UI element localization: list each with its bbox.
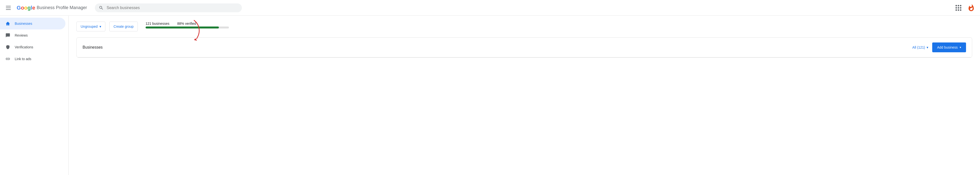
sidebar-item-businesses[interactable]: Businesses bbox=[0, 18, 65, 29]
shield-icon bbox=[5, 44, 11, 50]
search-bar bbox=[95, 3, 242, 12]
sidebar-label-verifications: Verifications bbox=[15, 45, 33, 49]
review-icon bbox=[5, 32, 11, 38]
search-input[interactable] bbox=[107, 6, 238, 10]
ungrouped-button[interactable]: Ungrouped ▾ bbox=[76, 22, 105, 31]
all-filter-chevron-icon: ▾ bbox=[927, 45, 928, 49]
app-logo: Google Business Profile Manager bbox=[17, 5, 87, 11]
businesses-header-right: All (121) ▾ Add business ▾ bbox=[912, 42, 966, 52]
stats-area: 121 businesses 88% verified bbox=[146, 22, 229, 29]
header-left: Google Business Profile Manager bbox=[4, 4, 87, 12]
search-icon bbox=[99, 5, 103, 10]
businesses-count: 121 businesses bbox=[146, 22, 169, 26]
add-business-label: Add business bbox=[937, 45, 958, 49]
app-header: Google Business Profile Manager bbox=[0, 0, 980, 16]
search-input-wrap[interactable] bbox=[95, 3, 242, 12]
verified-percent: 88% verified bbox=[177, 22, 196, 26]
add-business-button[interactable]: Add business ▾ bbox=[932, 42, 966, 52]
sidebar-item-verifications[interactable]: Verifications bbox=[0, 41, 65, 53]
app-title: Business Profile Manager bbox=[37, 5, 87, 10]
sidebar-label-reviews: Reviews bbox=[15, 34, 28, 37]
businesses-section-title: Businesses bbox=[83, 45, 103, 50]
top-bar: Ungrouped ▾ Create group 121 businesses … bbox=[76, 22, 972, 31]
all-filter-dropdown[interactable]: All (121) ▾ bbox=[912, 43, 929, 51]
create-group-button[interactable]: Create group bbox=[109, 22, 138, 31]
progress-bar-fill bbox=[146, 27, 219, 29]
sidebar-item-reviews[interactable]: Reviews bbox=[0, 29, 65, 41]
grid-dots bbox=[956, 5, 961, 11]
add-business-chevron-icon: ▾ bbox=[960, 46, 961, 49]
apps-icon[interactable] bbox=[953, 3, 963, 13]
ungrouped-chevron-icon: ▾ bbox=[100, 24, 101, 29]
building-icon bbox=[5, 21, 11, 27]
businesses-header: Businesses All (121) ▾ Add business ▾ bbox=[77, 37, 972, 58]
sidebar: Businesses Reviews Verifications Link to… bbox=[0, 16, 68, 175]
sidebar-label-businesses: Businesses bbox=[15, 22, 32, 26]
hamburger-menu[interactable] bbox=[4, 4, 13, 12]
businesses-section: Businesses All (121) ▾ Add business ▾ bbox=[76, 37, 972, 58]
ungrouped-label: Ungrouped bbox=[81, 24, 97, 29]
account-avatar[interactable] bbox=[966, 3, 976, 13]
link-icon bbox=[5, 56, 11, 62]
sidebar-label-link-to-ads: Link to ads bbox=[15, 57, 31, 61]
all-filter-label: All (121) bbox=[912, 45, 925, 49]
app-body: Businesses Reviews Verifications Link to… bbox=[0, 16, 980, 175]
google-logo-g: Google bbox=[17, 5, 35, 11]
header-right bbox=[953, 3, 976, 13]
stats-row: 121 businesses 88% verified bbox=[146, 22, 229, 26]
sidebar-item-link-to-ads[interactable]: Link to ads bbox=[0, 53, 65, 65]
progress-bar bbox=[146, 27, 229, 29]
flame-svg bbox=[967, 4, 975, 12]
main-content: Ungrouped ▾ Create group 121 businesses … bbox=[68, 16, 980, 175]
